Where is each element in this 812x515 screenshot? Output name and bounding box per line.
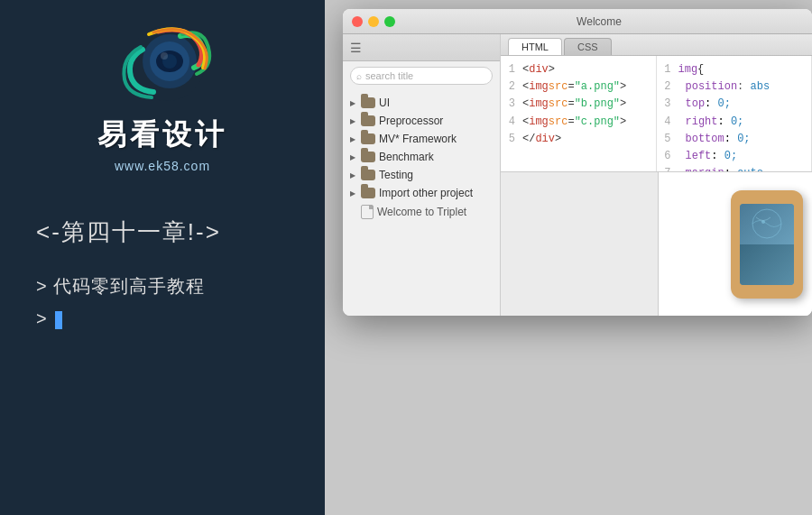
sidebar-item-label: Import other project <box>379 187 473 199</box>
cursor-blink <box>55 311 62 329</box>
tab-html[interactable]: HTML <box>508 38 562 55</box>
title-bar: Welcome <box>343 9 812 34</box>
svg-point-5 <box>161 52 168 60</box>
sidebar-item-label: Welcome to Triplet <box>377 206 466 218</box>
logo-area: 易看设计 www.ek58.com <box>97 18 227 173</box>
close-button[interactable] <box>352 16 363 27</box>
window-body: ☰ ⌕ search title ▶ UI ▶ Preprocessor <box>343 34 812 316</box>
code-line: 5 bottom: 0; <box>657 131 812 148</box>
sidebar-item-mvframework[interactable]: ▶ MV* Framework <box>343 130 500 148</box>
device-screen <box>740 204 794 285</box>
html-code-panel: 1 <div> 2 <img src="a.png"> 3 <img src="… <box>501 56 657 171</box>
sidebar-item-label: Benchmark <box>379 151 434 163</box>
tutorial-line-2: > <box>36 302 205 335</box>
search-box[interactable]: ⌕ search title <box>350 67 493 85</box>
hamburger-icon[interactable]: ☰ <box>350 41 362 55</box>
sidebar-item-label: Testing <box>379 169 413 181</box>
panels-row: 1 <div> 2 <img src="a.png"> 3 <img src="… <box>501 56 812 171</box>
code-line: 4 <img src="c.png"> <box>501 114 656 131</box>
code-line: 6 left: 0; <box>657 148 812 165</box>
brand-name: 易看设计 <box>97 115 227 155</box>
folder-icon <box>361 188 375 198</box>
sidebar-item-welcome[interactable]: ▶ Welcome to Triplet <box>343 202 500 222</box>
folder-icon <box>361 152 375 162</box>
code-line: 2 position: abs <box>657 78 812 96</box>
sidebar-item-testing[interactable]: ▶ Testing <box>343 166 500 184</box>
globe-icon <box>740 204 794 244</box>
window-title: Welcome <box>395 15 803 28</box>
device-screen-top <box>740 204 794 244</box>
logo-icon <box>108 18 217 108</box>
traffic-lights <box>352 16 395 27</box>
left-panel: 易看设计 www.ek58.com <-第四十一章!-> > 代码零到高手教程 … <box>0 0 325 515</box>
bottom-right <box>659 172 812 316</box>
sidebar-item-label: Preprocessor <box>379 115 443 127</box>
code-line: 2 <img src="a.png"> <box>501 78 656 96</box>
expand-icon: ▶ <box>350 153 355 161</box>
chapter-label: <-第四十一章!-> <box>27 216 221 248</box>
sidebar-item-label: MV* Framework <box>379 133 457 145</box>
folder-icon <box>361 97 375 108</box>
code-line: 3 <img src="b.png"> <box>501 96 656 113</box>
folder-icon <box>361 170 375 180</box>
file-icon <box>361 205 374 219</box>
code-line: 4 right: 0; <box>657 114 812 131</box>
expand-icon: ▶ <box>350 99 355 107</box>
sidebar-toolbar: ☰ <box>343 34 500 61</box>
sidebar-item-ui[interactable]: ▶ UI <box>343 94 500 112</box>
sidebar-item-preprocessor[interactable]: ▶ Preprocessor <box>343 112 500 130</box>
expand-icon: ▶ <box>350 117 355 125</box>
css-code-panel: 1 img{ 2 position: abs 3 top: 0; 4 <box>657 56 813 171</box>
bottom-left <box>501 172 659 316</box>
sidebar: ☰ ⌕ search title ▶ UI ▶ Preprocessor <box>343 34 501 316</box>
tutorial-line-1: > 代码零到高手教程 <box>36 270 205 302</box>
code-line: 5 </div> <box>501 131 656 148</box>
folder-icon <box>361 115 375 126</box>
expand-icon: ▶ <box>350 171 355 179</box>
code-line: 1 img{ <box>657 61 812 78</box>
device-screen-bottom <box>740 244 794 285</box>
bottom-area <box>501 171 812 316</box>
maximize-button[interactable] <box>384 16 395 27</box>
code-line: 1 <div> <box>501 61 656 78</box>
expand-icon: ▶ <box>350 135 355 143</box>
tab-css[interactable]: CSS <box>564 38 612 55</box>
right-panel: Welcome ☰ ⌕ search title ▶ UI <box>325 0 812 515</box>
folder-icon <box>361 133 375 144</box>
sidebar-items-list: ▶ UI ▶ Preprocessor ▶ MV* Framework <box>343 90 500 316</box>
app-window: Welcome ☰ ⌕ search title ▶ UI <box>343 9 812 316</box>
code-line: 3 top: 0; <box>657 96 812 113</box>
tutorial-section: > 代码零到高手教程 > <box>27 270 205 335</box>
content-area: HTML CSS 1 <div> 2 <img src="a.png"> <box>501 34 812 316</box>
search-icon: ⌕ <box>356 71 362 81</box>
code-line: 7 margin: auto <box>657 165 812 171</box>
sidebar-item-import[interactable]: ▶ Import other project <box>343 184 500 202</box>
device-card <box>731 190 803 299</box>
sidebar-item-benchmark[interactable]: ▶ Benchmark <box>343 148 500 166</box>
sidebar-item-label: UI <box>379 97 390 109</box>
search-placeholder-text: search title <box>365 70 413 81</box>
brand-url: www.ek58.com <box>115 159 210 173</box>
minimize-button[interactable] <box>368 16 379 27</box>
expand-icon: ▶ <box>350 189 355 198</box>
svg-point-7 <box>761 220 765 224</box>
tabs-row: HTML CSS <box>501 34 812 56</box>
